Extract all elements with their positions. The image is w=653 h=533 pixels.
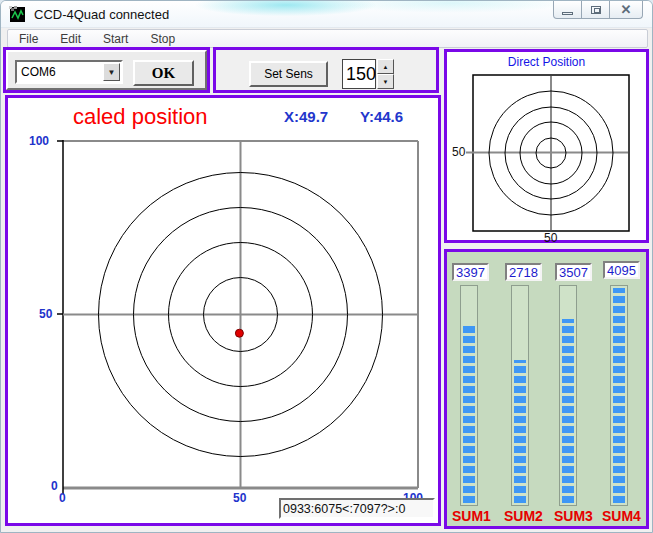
sum4-value: 4095 [607,263,636,278]
set-sens-button[interactable]: Set Sens [249,61,328,87]
spinner-up-button[interactable]: ▲ [377,59,394,74]
direct-position-panel: Direct Position 50 50 [444,49,649,243]
sensitivity-spinner: ▲ ▼ [377,59,394,89]
menu-start[interactable]: Start [100,31,131,47]
close-icon: ✕ [621,2,632,17]
status-readout: 0933:6075<:7097?>:0 [279,498,435,519]
direct-y-tick: 50 [452,145,465,159]
spinner-up-icon: ▲ [383,64,389,70]
sum1-label: SUM1 [452,508,491,524]
minimize-icon [562,12,573,15]
status-text: 0933:6075<:7097?>:0 [283,502,405,516]
sum-gauges-panel: 3397 2718 3507 4095 SUM1 SUM2 SUM3 SUM4 [444,249,649,529]
y-tick-50: 50 [39,307,52,321]
com-port-value: COM6 [21,65,56,79]
window-controls: ✕ [554,1,643,19]
scaled-position-panel: caled position X:49.7 Y:44.6 100 50 0 0 … [5,95,441,526]
menu-stop[interactable]: Stop [147,31,178,47]
sum3-label: SUM3 [554,508,593,524]
sum2-label: SUM2 [504,508,543,524]
scaled-position-plot [8,98,438,523]
sum1-value: 3397 [456,265,485,280]
chevron-down-icon: ▼ [108,68,116,77]
restore-icon [591,6,601,14]
direct-position-plot [447,52,646,240]
sum1-value-box: 3397 [452,263,489,281]
sum4-label: SUM4 [602,508,641,524]
sum2-value-box: 2718 [505,263,542,281]
spinner-down-icon: ▼ [383,79,389,85]
sensitivity-value-field[interactable]: 150 [342,59,376,89]
minimize-button[interactable] [553,1,582,19]
close-button[interactable]: ✕ [609,1,643,19]
sum2-gauge [511,285,529,506]
ok-button-label: OK [152,65,175,82]
sum2-value: 2718 [509,265,538,280]
sum3-value: 3507 [559,265,588,280]
app-window: CCD-4Quad connected ✕ File Edit Start St… [0,0,653,533]
direct-x-tick: 50 [544,231,557,245]
sum4-value-box: 4095 [603,261,640,279]
restore-button[interactable] [581,1,610,19]
title-bar: CCD-4Quad connected ✕ [1,1,653,28]
window-title: CCD-4Quad connected [34,7,169,22]
y-tick-0: 0 [51,479,58,493]
menu-edit[interactable]: Edit [57,31,84,47]
sum3-gauge [559,285,577,506]
sum1-gauge [460,285,478,506]
x-tick-50: 50 [233,491,246,505]
y-tick-100: 100 [29,134,49,148]
x-tick-0: 0 [59,491,66,505]
spinner-down-button[interactable]: ▼ [377,74,394,89]
menu-bar: File Edit Start Stop [7,29,648,48]
com-port-select[interactable]: COM6 ▼ [15,60,123,84]
sum4-gauge [610,285,628,506]
ok-button[interactable]: OK [133,60,194,86]
sensitivity-panel: Set Sens 150 ▲ ▼ [213,47,439,93]
menu-file[interactable]: File [16,31,41,47]
sensitivity-value: 150 [346,64,376,85]
sum3-value-box: 3507 [555,263,592,281]
app-icon [9,6,26,23]
com-port-panel: COM6 ▼ OK [3,47,210,93]
beam-position-dot [235,329,243,337]
combo-dropdown-button[interactable]: ▼ [103,63,120,81]
set-sens-label: Set Sens [264,67,313,81]
